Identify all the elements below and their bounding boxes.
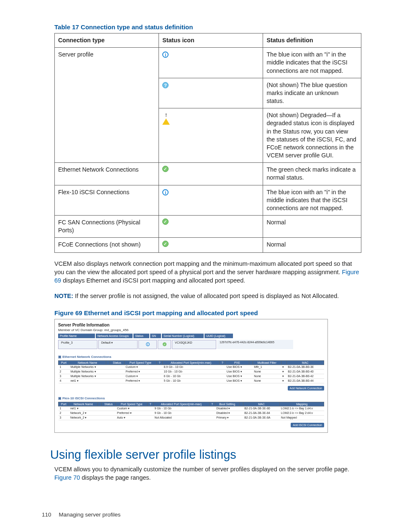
table-row: 2Multiple Networks ▾Preferred ▾10 Gb - 1… [59, 369, 324, 374]
cell-definition: The green check marks indicate a normal … [263, 163, 361, 185]
cell: 9 Gb - 10 Gb [153, 411, 210, 415]
check-icon [163, 342, 166, 346]
cell: B2-21-0A-3B-B0-44 [286, 378, 324, 383]
cell [106, 369, 110, 374]
col-header: Mapping [280, 402, 324, 406]
sp-info-title: Server Profile Information [58, 323, 324, 327]
table-row: FCoE Connections (not shown) Normal [55, 238, 361, 252]
cell: Network_2 ▾ [69, 415, 97, 420]
col-header: Boot Setting [215, 402, 239, 406]
cell [209, 415, 215, 420]
cell [209, 406, 215, 411]
cell: 3 [59, 374, 69, 378]
col-header: ? [148, 402, 153, 406]
cell: Multiple Networks ▾ [69, 374, 106, 378]
cell: Use BIOS ▾ [225, 365, 249, 369]
col-header: ? [220, 360, 225, 365]
cell: Disabled ▾ [215, 411, 239, 415]
cell-definition: (Not shown) The blue question marks indi… [263, 78, 361, 108]
status-header: Status [133, 334, 149, 338]
cell [220, 374, 225, 378]
cell [156, 378, 162, 383]
cell-icon [159, 216, 263, 238]
eth-section-text: Ethernet Network Connections [62, 355, 111, 359]
cell [148, 411, 153, 415]
cell: 5 Gb - 10 Gb [163, 378, 220, 383]
page-number: 110 [42, 511, 51, 518]
add-network-button[interactable]: Add Network Connection [288, 386, 324, 391]
cell: Use BIOS ▾ [225, 374, 249, 378]
cell-definition: (Not shown) Degraded—If a degraded statu… [263, 108, 361, 163]
cell: Mflr_1 [253, 365, 281, 369]
cell [148, 415, 153, 420]
col-header: MAC [243, 402, 280, 406]
cell: 2 [59, 411, 69, 415]
cell [110, 378, 124, 383]
cell [156, 374, 162, 378]
info-icon: i [162, 189, 169, 195]
iscsi-table: PortNetwork NameStatusPort Speed Type?Al… [58, 402, 324, 420]
table-row: Server profile i The blue icon with an "… [55, 48, 361, 78]
col-header [97, 402, 101, 406]
col-header: Network Name [69, 402, 97, 406]
cell: Preferred ▾ [124, 378, 156, 383]
nag-value[interactable]: Default ▾ [98, 340, 138, 349]
cell [106, 365, 110, 369]
nag-header: Network Access Groups [96, 334, 133, 338]
cell: ▾ [281, 374, 286, 378]
paragraph-port-mapping: VCEM also displays network connection po… [54, 260, 361, 285]
cell-connection-type: FCoE Connections (not shown) [55, 238, 159, 252]
add-iscsi-button[interactable]: Add iSCSI Connection [291, 423, 324, 427]
cell [97, 406, 101, 411]
col-header: Port [59, 402, 69, 406]
cell: Primary ▾ [215, 415, 239, 420]
cell [97, 415, 101, 420]
col-header: Network Name [69, 360, 106, 365]
note-paragraph: NOTE: If the server profile is not assig… [54, 292, 361, 300]
cell [110, 374, 124, 378]
link-figure-70[interactable]: Figure 70 [54, 474, 80, 481]
cell: B2-21-0A-3B-B0-3E [286, 365, 324, 369]
cell-icon [159, 108, 263, 163]
warning-icon [162, 112, 170, 125]
cell-definition: Normal [263, 216, 361, 238]
cell: Network_2 ▾ [69, 411, 97, 415]
profile-value-bar: Profile_3 Default ▾ i VCX0QEJKD 1297d7fc… [58, 340, 324, 349]
th-status-icon: Status icon [159, 33, 263, 48]
cell-connection-type: Flex-10 iSCSI Connections [55, 185, 159, 216]
cell [148, 406, 153, 411]
paragraph-flexible-listings: VCEM allows you to dynamically customize… [54, 465, 361, 482]
table-row: 1Multiple Networks ▾Custom ▾8.9 Gb - 10 … [59, 365, 324, 369]
table-row: 3Network_2 ▾Auto ▾Not AllocatedPrimary ▾… [59, 415, 324, 420]
table-row: Ethernet Network Connections The green c… [55, 163, 361, 185]
figure-69-screenshot: Server Profile Information Member of VC … [54, 319, 328, 433]
col-header: Port Speed Type [124, 360, 156, 365]
cell: ▾ [281, 365, 286, 369]
col-header: Allocated Port Speed(min-max) [153, 402, 210, 406]
uuid-header: UUID (Logical) [205, 334, 233, 338]
cell: None [253, 378, 281, 383]
cell: Use BIOS ▾ [225, 369, 249, 374]
info-icon: i [146, 342, 150, 346]
cell: 10 Gb - 10 Gb [163, 369, 220, 374]
cell [249, 365, 253, 369]
para2-b: displays the page ranges. [80, 474, 151, 481]
eth-table: PortNetwork NameStatusPort Speed Type?Al… [58, 360, 324, 383]
iscsi-section-text: Flex-10 iSCSI Connections [62, 396, 105, 400]
table-17: Connection type Status icon Status defin… [54, 33, 361, 253]
cell: Custom ▾ [124, 365, 156, 369]
table-row: 3Multiple Networks ▾Custom ▾6 Gb - 10 Gb… [59, 374, 324, 378]
profile-header-bar: Profile Name Network Access Groups Statu… [58, 334, 324, 338]
th-connection-type: Connection type [55, 33, 159, 48]
cell: Custom ▾ [116, 406, 148, 411]
cell [220, 378, 225, 383]
cell [106, 378, 110, 383]
para1-b: displays Ethernet and iSCSI port mapping… [61, 277, 245, 284]
col-header: MAC [286, 360, 324, 365]
cell-icon: i [159, 185, 263, 216]
check-icon [162, 218, 169, 225]
cell: 2 [59, 369, 69, 374]
cell: Preferred ▾ [116, 411, 148, 415]
cell-icon: i [159, 48, 263, 78]
cell [156, 365, 162, 369]
